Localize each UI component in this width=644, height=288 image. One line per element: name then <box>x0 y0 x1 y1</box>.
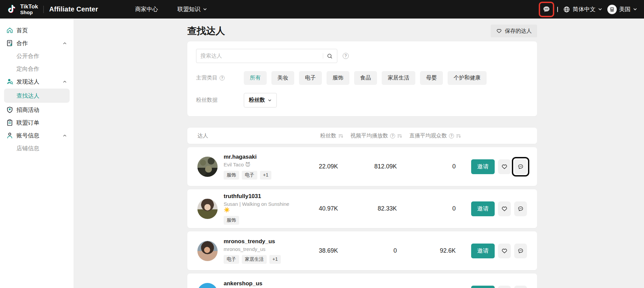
sidebar-item-account-info[interactable]: 账号信息 <box>0 129 74 142</box>
fans-count-dropdown[interactable]: 粉丝数 <box>244 93 277 107</box>
person-icon <box>6 132 13 139</box>
cooperation-doc-icon <box>6 39 13 47</box>
favorite-button[interactable] <box>498 286 511 288</box>
chevron-down-icon <box>633 7 637 11</box>
tiktok-shop-logo[interactable]: TikTok Shop <box>7 4 38 15</box>
category-tag: 电子 <box>224 255 239 264</box>
search-icon[interactable] <box>327 53 333 59</box>
message-button[interactable] <box>514 286 527 288</box>
chip-personal-care-health[interactable]: 个护和健康 <box>448 71 487 85</box>
chip-electronics[interactable]: 电子 <box>299 71 322 85</box>
creator-name[interactable]: mr.hagasaki <box>224 154 271 160</box>
more-tags-badge[interactable]: +1 <box>260 171 271 180</box>
video-views-help-icon[interactable]: ? <box>390 133 395 138</box>
creator-row: mronos_trendy_us mronos_trendy_us 电子 家居生… <box>187 231 537 270</box>
chip-food[interactable]: 食品 <box>354 71 377 85</box>
favorite-button[interactable] <box>498 244 511 258</box>
topbar-right: 简体中文 美国 <box>541 4 637 15</box>
chat-bubble-icon <box>517 205 524 212</box>
chip-apparel[interactable]: 服饰 <box>327 71 349 85</box>
sidebar-item-affiliate-orders[interactable]: 联盟订单 <box>0 116 74 129</box>
chip-home-living[interactable]: 家居生活 <box>382 71 415 85</box>
chat-bubble-icon <box>517 248 524 254</box>
chevron-up-icon <box>63 133 67 138</box>
invite-button[interactable]: 邀请 <box>471 159 495 174</box>
avatar[interactable]: ANKER <box>197 283 218 288</box>
category-tag: 服饰 <box>224 171 239 180</box>
globe-icon <box>563 6 570 13</box>
avg-video-views-value: 812.09K <box>343 163 402 170</box>
chip-beauty[interactable]: 美妆 <box>271 71 294 85</box>
chat-bubble-icon <box>542 5 551 14</box>
chevron-up-icon <box>63 41 67 45</box>
main-content: 查找达人 保存的达人 ? 主营类目 ? <box>74 19 644 288</box>
sidebar-item-investment-campaigns[interactable]: 招商活动 <box>0 103 74 116</box>
col-header-avg-video-views[interactable]: 视频平均播放数 ? <box>343 132 402 139</box>
search-help-icon[interactable]: ? <box>343 53 349 59</box>
sort-icon[interactable] <box>338 133 343 138</box>
creator-name[interactable]: truthfully1031 <box>224 193 293 200</box>
filters-card: ? 主营类目 ? 所有 美妆 电子 服饰 食品 家居生活 母婴 个护和健康 <box>187 41 537 116</box>
sidebar-item-cooperation[interactable]: 合作 <box>0 37 74 50</box>
category-help-icon[interactable]: ? <box>220 75 225 81</box>
avatar[interactable] <box>197 157 218 177</box>
language-selector[interactable]: 简体中文 <box>563 5 602 13</box>
messages-button[interactable] <box>541 4 552 15</box>
chip-all[interactable]: 所有 <box>244 71 267 85</box>
sidebar-item-find-creators[interactable]: 查找达人 <box>4 89 70 103</box>
more-tags-badge[interactable]: +1 <box>269 255 281 264</box>
live-viewers-help-icon[interactable]: ? <box>449 133 454 138</box>
creator-table-header: 达人 粉丝数 视频平均播放数 ? 直播平均观众数 ? <box>187 128 537 144</box>
sidebar-item-discover-creators[interactable]: 发现达人 <box>0 75 74 88</box>
category-tag: 服饰 <box>224 216 239 225</box>
favorite-button[interactable] <box>498 159 511 174</box>
saved-creators-button[interactable]: 保存的达人 <box>491 25 537 37</box>
page-title: 查找达人 <box>187 25 225 37</box>
category-tag: 电子 <box>242 171 257 180</box>
sort-icon[interactable] <box>456 133 461 138</box>
col-header-creator: 达人 <box>197 132 293 139</box>
sidebar-item-shop-info[interactable]: 店铺信息 <box>0 142 74 155</box>
message-button[interactable] <box>514 159 527 174</box>
creator-row: mr.hagasaki Evil Taco 😈 服饰 电子 +1 22.09K … <box>187 147 537 186</box>
avg-live-viewers-value: 92.6K <box>402 247 461 254</box>
message-button[interactable] <box>514 244 527 258</box>
person-search-icon <box>6 78 13 85</box>
chevron-down-icon <box>598 7 602 11</box>
creator-name[interactable]: mronos_trendy_us <box>224 238 281 245</box>
favorite-button[interactable] <box>498 201 511 216</box>
chip-mother-baby[interactable]: 母婴 <box>420 71 443 85</box>
region-selector[interactable]: 美国 <box>607 5 637 14</box>
category-chips: 所有 美妆 电子 服饰 食品 家居生活 母婴 个护和健康 <box>244 71 487 85</box>
search-input[interactable] <box>200 53 319 59</box>
invite-button[interactable]: 邀请 <box>471 201 495 216</box>
search-divider <box>323 53 323 59</box>
shield-icon <box>6 106 13 114</box>
avatar[interactable] <box>197 199 218 219</box>
invite-button[interactable]: 邀请 <box>471 244 495 258</box>
message-button[interactable] <box>514 201 527 216</box>
sort-icon[interactable] <box>397 133 402 138</box>
sidebar: 首页 合作 公开合作 定向合作 发现达人 查找达人 招商活动 <box>0 19 74 288</box>
nav-affiliate-academy[interactable]: 联盟知识 <box>178 5 207 13</box>
sidebar-item-targeted-cooperation[interactable]: 定向合作 <box>0 62 74 75</box>
creator-row: ANKER ankershop_us Ankershop_US 电子 个护和健康… <box>187 274 537 288</box>
nav-merchant-center[interactable]: 商家中心 <box>135 5 158 13</box>
creator-subtitle: mronos_trendy_us <box>224 246 281 252</box>
creator-subtitle: Susan | Walking on Sunshine ☀️ <box>224 201 293 213</box>
avg-video-views-value: 0 <box>343 247 402 254</box>
followers-value: 40.97K <box>293 205 343 212</box>
topbar: TikTok Shop Affiliate Center 商家中心 联盟知识 简… <box>0 0 644 19</box>
home-icon <box>6 27 13 34</box>
col-header-avg-live-viewers[interactable]: 直播平均观众数 ? <box>402 132 461 139</box>
creator-name[interactable]: ankershop_us <box>224 280 271 287</box>
col-header-followers[interactable]: 粉丝数 <box>293 132 343 139</box>
creator-search-box[interactable] <box>196 49 337 63</box>
avg-live-viewers-value: 0 <box>402 163 461 170</box>
heart-icon <box>501 163 508 170</box>
avatar[interactable] <box>197 241 218 261</box>
chevron-down-icon <box>268 98 272 102</box>
invite-button[interactable]: 邀请 <box>471 286 495 288</box>
sidebar-item-home[interactable]: 首页 <box>0 24 74 37</box>
sidebar-item-open-cooperation[interactable]: 公开合作 <box>0 50 74 62</box>
